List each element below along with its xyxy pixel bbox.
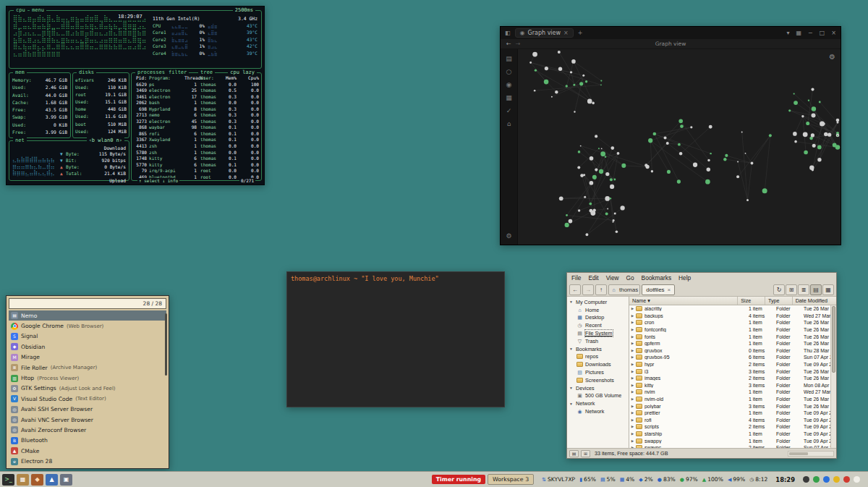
compact-view-button[interactable]: ≣	[798, 284, 809, 295]
sidebar-item-trash[interactable]: ▽Trash	[567, 337, 629, 345]
graph-node[interactable]	[605, 156, 606, 157]
sidebar-section-devices[interactable]: ▼Devices	[567, 384, 629, 392]
expander-icon[interactable]: ▼	[569, 300, 574, 304]
graph-icon[interactable]: ◉	[506, 81, 512, 88]
graph-node[interactable]	[570, 71, 572, 73]
process-row[interactable]: 1748kitty6thomas0.10.0	[132, 156, 261, 162]
graph-node[interactable]	[592, 175, 597, 179]
process-row[interactable]: 698Hyprland8thomas0.30.0	[132, 106, 261, 113]
file-row-cron[interactable]: ▶cron1 itemFolderTue 26 Mar 2024 18:04:0…	[629, 319, 830, 326]
process-row[interactable]: 865rofi6thomas0.10.0	[132, 131, 261, 137]
column-header-type[interactable]: Type	[765, 297, 793, 305]
graph-node[interactable]	[610, 185, 614, 189]
row-expander-icon[interactable]: ▶	[629, 418, 636, 422]
graph-node[interactable]	[812, 106, 816, 111]
graph-node[interactable]	[737, 161, 739, 162]
process-col-header[interactable]: Threads:	[184, 75, 197, 82]
graph-node[interactable]	[595, 168, 597, 171]
row-expander-icon[interactable]: ▶	[629, 411, 636, 415]
process-row[interactable]: 3461electron17thomas0.30.0	[132, 94, 261, 101]
graph-node[interactable]	[666, 142, 669, 145]
graph-node[interactable]	[529, 62, 532, 64]
volume-icon[interactable]	[803, 476, 809, 483]
graph-node[interactable]	[610, 178, 613, 181]
graph-node[interactable]	[693, 163, 697, 167]
graph-node[interactable]	[736, 175, 739, 178]
sidebar-item-desktop[interactable]: ▦Desktop	[567, 314, 629, 322]
menu-item-avahi-ssh-server-browser[interactable]: ◎Avahi SSH Server Browser	[9, 405, 166, 415]
net-interface-tab[interactable]: ‹b wlan0 n›	[87, 137, 124, 143]
row-expander-icon[interactable]: ▶	[629, 390, 636, 394]
menu-item-signal[interactable]: SSignal	[9, 331, 166, 342]
graph-node[interactable]	[617, 152, 620, 155]
expander-icon[interactable]: ▼	[569, 402, 574, 406]
menu-item-avahi-vnc-server-browser[interactable]: ◎Avahi VNC Server Browser	[9, 415, 166, 425]
graph-node[interactable]	[679, 152, 682, 155]
timer-badge[interactable]: Timer running	[432, 475, 485, 484]
process-row[interactable]: 868waybar98thomas0.10.0	[132, 124, 261, 131]
graph-node[interactable]	[616, 230, 618, 233]
menu-item-obsidian[interactable]: ◆Obsidian	[9, 342, 166, 352]
menu-item-mirage[interactable]: MMirage	[9, 352, 166, 363]
menu-item-google-chrome[interactable]: Google Chrome(Web Browser)	[9, 321, 166, 331]
row-expander-icon[interactable]: ▶	[629, 397, 636, 401]
graph-node[interactable]	[584, 196, 586, 198]
package-launcher-icon[interactable]: ▦	[17, 474, 29, 486]
graph-node[interactable]	[819, 101, 821, 103]
process-row[interactable]: 5770kitty6thomas0.10.0	[132, 162, 261, 169]
forward-button[interactable]: →	[582, 284, 594, 295]
graph-node[interactable]	[648, 138, 652, 143]
graph-canvas[interactable]: ⚙	[518, 49, 841, 245]
graph-node[interactable]	[678, 143, 681, 146]
graph-node[interactable]	[812, 144, 816, 148]
graph-node[interactable]	[600, 80, 602, 81]
checklist-icon[interactable]: ✓	[506, 107, 512, 114]
reload-icon[interactable]: ↻	[773, 284, 785, 295]
tray-wifi[interactable]: ⇅SKYVL7XP	[542, 476, 575, 483]
graph-node[interactable]	[605, 172, 609, 176]
graph-node[interactable]	[600, 151, 605, 156]
graph-node[interactable]	[551, 96, 553, 98]
graph-node[interactable]	[812, 114, 816, 118]
graph-node[interactable]	[569, 219, 573, 224]
network-icon[interactable]	[823, 476, 830, 483]
row-expander-icon[interactable]: ▶	[629, 446, 636, 448]
files-icon[interactable]: ▤	[506, 55, 512, 62]
graph-node[interactable]	[544, 80, 549, 85]
graph-node[interactable]	[723, 158, 726, 161]
file-row-starship[interactable]: ▶starship1 itemFolderTue 09 Apr 2024 18:…	[629, 431, 830, 438]
graph-node[interactable]	[586, 233, 589, 236]
file-row-backups[interactable]: ▶backups4 itemsFolderWed 27 Mar 2024 16:…	[629, 313, 830, 320]
graph-node[interactable]	[746, 199, 749, 201]
breadcrumb[interactable]: ⌂ thomas	[608, 284, 640, 295]
graph-node[interactable]	[794, 140, 797, 143]
graph-node[interactable]	[589, 203, 592, 206]
file-row-images[interactable]: ▶images2 itemsFolderTue 26 Mar 2024 18:0…	[629, 375, 830, 382]
sidebar-section-bookmarks[interactable]: ▼Bookmarks	[567, 345, 629, 353]
clock[interactable]: 18:29	[775, 476, 795, 483]
row-expander-icon[interactable]: ▶	[629, 425, 636, 428]
graph-node[interactable]	[593, 208, 596, 211]
graph-node[interactable]	[690, 126, 692, 128]
graph-node[interactable]	[590, 181, 594, 185]
file-row-scripts[interactable]: ▶scripts2 itemsFolderTue 09 Apr 2024 18:…	[629, 423, 830, 431]
file-row-prettier[interactable]: ▶prettier1 itemFolderTue 09 Apr 2024 16:…	[629, 410, 830, 417]
graph-node[interactable]	[801, 115, 804, 117]
tray-disk-home[interactable]: ●97%	[680, 476, 698, 483]
graph-node[interactable]	[664, 136, 667, 139]
tray-power[interactable]: ▲100%	[702, 476, 723, 483]
new-tab-icon[interactable]: +	[578, 30, 583, 36]
graph-node[interactable]	[710, 153, 711, 154]
graph-node[interactable]	[612, 221, 613, 223]
refresh-interval[interactable]: 2500ms	[233, 7, 255, 13]
column-header-size[interactable]: Size	[738, 297, 765, 305]
daily-note-icon[interactable]: ⌂	[507, 120, 511, 127]
graph-node[interactable]	[605, 196, 610, 201]
sidebar-item-screenshots[interactable]: Screenshots	[567, 376, 629, 384]
menu-item-file-roller[interactable]: ≣File Roller(Archive Manager)	[9, 363, 166, 373]
screenshot-launcher-icon[interactable]: ▣	[60, 474, 72, 486]
layout-icon[interactable]: ▦	[796, 30, 801, 36]
graph-node[interactable]	[558, 51, 561, 54]
menu-item-gtk-settings[interactable]: ⚙GTK Settings(Adjust Look and Feel)	[9, 384, 166, 394]
file-row-rofi[interactable]: ▶rofi4 itemsFolderTue 09 Apr 2024 16:30:…	[629, 417, 830, 424]
